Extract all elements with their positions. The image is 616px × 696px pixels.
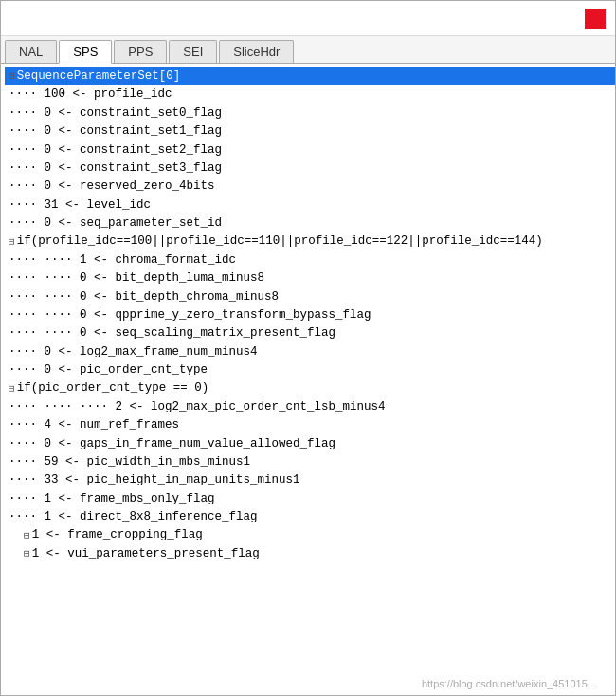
- row-label: ···· ···· 1 <- chroma_format_idc: [9, 251, 236, 269]
- tree-row[interactable]: ···· 0 <- constraint_set2_flag: [5, 141, 615, 159]
- close-button[interactable]: [585, 9, 606, 29]
- tree-row[interactable]: ···· 100 <- profile_idc: [5, 85, 615, 103]
- row-label: ···· 33 <- pic_height_in_map_units_minus…: [9, 471, 300, 489]
- row-label: 1 <- vui_parameters_present_flag: [32, 545, 260, 563]
- row-label: ···· 0 <- constraint_set0_flag: [9, 104, 222, 122]
- tree-row[interactable]: ⊟ if(pic_order_cnt_type == 0): [5, 379, 615, 397]
- collapse-icon[interactable]: ⊟: [9, 381, 15, 397]
- tab-nal[interactable]: NAL: [5, 40, 57, 63]
- tree-container: ⊟ SequenceParameterSet[0]···· 100 <- pro…: [1, 67, 615, 563]
- expand-icon[interactable]: ⊞: [24, 528, 30, 544]
- row-label: ···· 0 <- constraint_set3_flag: [9, 159, 222, 177]
- tree-row[interactable]: ···· ···· 0 <- bit_depth_luma_minus8: [5, 269, 615, 287]
- main-window: NALSPSPPSSEISliceHdr ⊟ SequenceParameter…: [0, 0, 616, 696]
- tree-row[interactable]: ···· ···· 1 <- chroma_format_idc: [5, 251, 615, 269]
- tab-sei[interactable]: SEI: [169, 40, 217, 63]
- row-label: ···· 0 <- log2_max_frame_num_minus4: [9, 343, 258, 361]
- collapse-icon[interactable]: ⊟: [9, 234, 15, 250]
- row-label: ···· 1 <- frame_mbs_only_flag: [9, 490, 215, 508]
- row-label: ···· 0 <- pic_order_cnt_type: [9, 361, 208, 379]
- row-label: ···· 0 <- constraint_set2_flag: [9, 141, 222, 159]
- row-label: ···· 4 <- num_ref_frames: [9, 416, 179, 434]
- row-label: ···· 100 <- profile_idc: [9, 85, 172, 103]
- tab-bar: NALSPSPPSSEISliceHdr: [1, 36, 615, 64]
- row-label: ···· 31 <- level_idc: [9, 196, 151, 214]
- tree-row[interactable]: ⊟ SequenceParameterSet[0]: [5, 67, 615, 85]
- tree-row[interactable]: ···· 0 <- constraint_set3_flag: [5, 159, 615, 177]
- title-bar: [1, 1, 615, 36]
- row-label: ···· 59 <- pic_width_in_mbs_minus1: [9, 453, 250, 471]
- row-label: ···· ···· 0 <- bit_depth_chroma_minus8: [9, 288, 279, 306]
- tree-row[interactable]: ⊞ 1 <- frame_cropping_flag: [5, 526, 615, 544]
- watermark: https://blog.csdn.net/weixin_451015...: [422, 678, 596, 689]
- tree-row[interactable]: ···· 0 <- log2_max_frame_num_minus4: [5, 343, 615, 361]
- tree-row[interactable]: ···· 0 <- reserved_zero_4bits: [5, 177, 615, 195]
- content-area[interactable]: ⊟ SequenceParameterSet[0]···· 100 <- pro…: [1, 64, 615, 695]
- tree-row[interactable]: ···· ···· 0 <- seq_scaling_matrix_presen…: [5, 324, 615, 342]
- tree-row[interactable]: ···· ···· 0 <- bit_depth_chroma_minus8: [5, 288, 615, 306]
- tab-pps[interactable]: PPS: [114, 40, 167, 63]
- tree-row[interactable]: ···· 31 <- level_idc: [5, 196, 615, 214]
- tree-row[interactable]: ···· 0 <- gaps_in_frame_num_value_allowe…: [5, 435, 615, 453]
- tree-row[interactable]: ···· 1 <- frame_mbs_only_flag: [5, 490, 615, 508]
- tree-row[interactable]: ···· ···· ···· 2 <- log2_max_pic_order_c…: [5, 398, 615, 416]
- tree-row[interactable]: ···· 0 <- seq_parameter_set_id: [5, 214, 615, 232]
- row-label: ···· 0 <- constraint_set1_flag: [9, 122, 222, 140]
- row-label: ···· 0 <- gaps_in_frame_num_value_allowe…: [9, 435, 335, 453]
- tree-row[interactable]: ···· 59 <- pic_width_in_mbs_minus1: [5, 453, 615, 471]
- tree-row[interactable]: ···· 33 <- pic_height_in_map_units_minus…: [5, 471, 615, 489]
- row-label: ···· ···· ···· 2 <- log2_max_pic_order_c…: [9, 398, 386, 416]
- collapse-icon[interactable]: ⊟: [9, 68, 15, 84]
- tree-row[interactable]: ···· 0 <- constraint_set0_flag: [5, 104, 615, 122]
- tree-row[interactable]: ···· ···· 0 <- qpprime_y_zero_transform_…: [5, 306, 615, 324]
- tree-row[interactable]: ···· 0 <- constraint_set1_flag: [5, 122, 615, 140]
- row-label: ···· ···· 0 <- seq_scaling_matrix_presen…: [9, 324, 335, 342]
- row-label: ···· ···· 0 <- qpprime_y_zero_transform_…: [9, 306, 371, 324]
- tree-row[interactable]: ···· 1 <- direct_8x8_inference_flag: [5, 508, 615, 526]
- tree-row[interactable]: ···· 0 <- pic_order_cnt_type: [5, 361, 615, 379]
- expand-icon[interactable]: ⊞: [24, 546, 30, 562]
- tab-slicehdr[interactable]: SliceHdr: [219, 40, 294, 63]
- row-label: ···· 1 <- direct_8x8_inference_flag: [9, 508, 258, 526]
- tree-row[interactable]: ···· 4 <- num_ref_frames: [5, 416, 615, 434]
- tree-row[interactable]: ⊞ 1 <- vui_parameters_present_flag: [5, 545, 615, 563]
- row-label: if(profile_idc==100||profile_idc==110||p…: [17, 232, 543, 250]
- row-label: ···· ···· 0 <- bit_depth_luma_minus8: [9, 269, 264, 287]
- row-label: if(pic_order_cnt_type == 0): [17, 379, 209, 397]
- row-label: ···· 0 <- seq_parameter_set_id: [9, 214, 222, 232]
- tab-sps[interactable]: SPS: [59, 40, 112, 64]
- row-label: 1 <- frame_cropping_flag: [32, 526, 203, 544]
- tree-row[interactable]: ⊟ if(profile_idc==100||profile_idc==110|…: [5, 232, 615, 250]
- row-label: SequenceParameterSet[0]: [17, 67, 181, 85]
- row-label: ···· 0 <- reserved_zero_4bits: [9, 177, 215, 195]
